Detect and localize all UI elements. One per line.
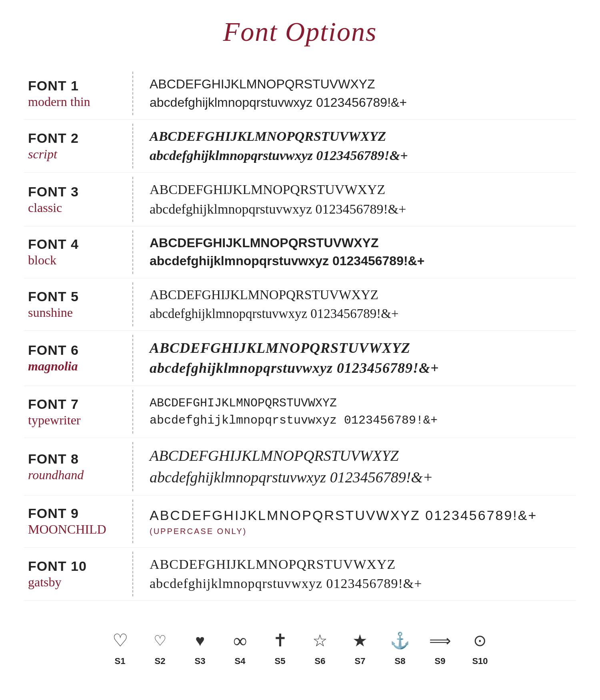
symbol-item-S8: ⚓S8 xyxy=(388,629,412,666)
font-number-10: FONT 10 xyxy=(28,558,120,574)
symbol-item-S9: ⟹S9 xyxy=(428,629,452,666)
font-number-6: FONT 6 xyxy=(28,342,120,358)
divider-col-10 xyxy=(128,548,138,600)
font-label-col-7: FONT 7typewriter xyxy=(24,388,128,436)
font-row-1: FONT 1modern thinABCDEFGHIJKLMNOPQRSTUVW… xyxy=(24,68,576,120)
font-name-6: magnolia xyxy=(28,359,120,374)
font-preview-col-2: ABCDEFGHIJKLMNOPQRSTUVWXYZabcdefghijklmn… xyxy=(138,120,576,172)
font-preview-line1-6: ABCDEFGHIJKLMNOPQRSTUVWXYZ xyxy=(150,339,568,358)
symbol-item-S7: ★S7 xyxy=(348,629,372,666)
symbol-icon-S5: ✝ xyxy=(268,629,292,653)
font-number-8: FONT 8 xyxy=(28,451,120,467)
font-name-10: gatsby xyxy=(28,575,120,590)
symbol-item-S10: ⊙S10 xyxy=(468,629,492,666)
font-preview-line2-3: abcdefghijklmnopqrstuvwxyz 0123456789!&+ xyxy=(150,200,568,218)
font-preview-line1-4: ABCDEFGHIJKLMNOPQRSTUVWXYZ xyxy=(150,235,568,252)
symbol-icon-S1: ♡ xyxy=(108,629,132,653)
symbol-label-S7: S7 xyxy=(355,656,366,666)
divider-col-6 xyxy=(128,331,138,386)
font-preview-line2-5: abcdefghijklmnopqrstuvwxyz 0123456789!&+ xyxy=(150,305,568,322)
font-preview-col-4: ABCDEFGHIJKLMNOPQRSTUVWXYZabcdefghijklmn… xyxy=(138,227,576,278)
divider-col-4 xyxy=(128,226,138,278)
font-preview-col-5: ABCDEFGHIJKLMNOPQRSTUVWXYZabcdefghijklmn… xyxy=(138,278,576,330)
font-label-col-1: FONT 1modern thin xyxy=(24,70,128,117)
font-name-5: sunshine xyxy=(28,305,120,320)
font-name-3: classic xyxy=(28,200,120,215)
font-preview-line2-1: abcdefghijklmnopqrstuvwxyz 0123456789!&+ xyxy=(150,94,568,111)
font-preview-line1-5: ABCDEFGHIJKLMNOPQRSTUVWXYZ xyxy=(150,286,568,304)
font-preview-line2-4: abcdefghijklmnopqrstuvwxyz 0123456789!&+ xyxy=(150,253,568,270)
page-container: Font Options FONT 1modern thinABCDEFGHIJ… xyxy=(0,0,600,700)
font-preview-line2-8: abcdefghijklmnopqrstuvwxyz 0123456789!&+ xyxy=(150,468,568,487)
font-preview-col-1: ABCDEFGHIJKLMNOPQRSTUVWXYZabcdefghijklmn… xyxy=(138,68,576,119)
font-label-col-10: FONT 10gatsby xyxy=(24,550,128,598)
font-label-col-9: FONT 9MOONCHILD xyxy=(24,498,128,545)
font-preview-line1-2: ABCDEFGHIJKLMNOPQRSTUVWXYZ xyxy=(150,128,568,145)
divider-col-8 xyxy=(128,438,138,495)
font-name-2: script xyxy=(28,147,120,162)
font-row-9: FONT 9MOONCHILDABCDEFGHIJKLMNOPQRSTUVWXY… xyxy=(24,496,576,548)
font-name-9: MOONCHILD xyxy=(28,522,120,537)
symbol-label-S1: S1 xyxy=(115,656,126,666)
font-number-9: FONT 9 xyxy=(28,506,120,521)
symbol-icon-S7: ★ xyxy=(348,629,372,653)
symbol-icon-S6: ☆ xyxy=(308,629,332,653)
font-name-1: modern thin xyxy=(28,94,120,109)
font-number-1: FONT 1 xyxy=(28,78,120,94)
symbol-item-S1: ♡S1 xyxy=(108,629,132,666)
symbol-icon-S3: ♥ xyxy=(188,629,212,653)
font-preview-line2-9: (UPPERCASE ONLY) xyxy=(150,526,568,536)
font-row-7: FONT 7typewriterABCDEFGHIJKLMNOPQRSTUVWX… xyxy=(24,386,576,438)
font-preview-line1-8: ABCDEFGHIJKLMNOPQRSTUVWXYZ xyxy=(150,446,568,466)
font-row-10: FONT 10gatsbyABCDEFGHIJKLMNOPQRSTUVWXYZa… xyxy=(24,548,576,601)
font-label-col-6: FONT 6magnolia xyxy=(24,334,128,382)
symbol-item-S6: ☆S6 xyxy=(308,629,332,666)
divider-col-7 xyxy=(128,386,138,438)
font-number-2: FONT 2 xyxy=(28,130,120,146)
font-preview-line2-7: abcdefghijklmnopqrstuvwxyz 0123456789!&+ xyxy=(150,413,568,428)
symbol-label-S5: S5 xyxy=(275,656,286,666)
symbol-label-S6: S6 xyxy=(315,656,326,666)
symbols-row: ♡S1♡S2♥S3∞S4✝S5☆S6★S7⚓S8⟹S9⊙S10 xyxy=(24,621,576,674)
font-preview-line1-7: ABCDEFGHIJKLMNOPQRSTUVWXYZ xyxy=(150,396,568,411)
font-number-5: FONT 5 xyxy=(28,289,120,304)
symbol-icon-S9: ⟹ xyxy=(428,629,452,653)
font-row-8: FONT 8roundhandABCDEFGHIJKLMNOPQRSTUVWXY… xyxy=(24,438,576,496)
symbol-item-S3: ♥S3 xyxy=(188,629,212,666)
font-preview-line1-3: ABCDEFGHIJKLMNOPQRSTUVWXYZ xyxy=(150,181,568,198)
symbol-item-S4: ∞S4 xyxy=(228,629,252,666)
symbol-icon-S2: ♡ xyxy=(148,629,172,653)
font-preview-line2-10: abcdefghijklmnopqrstuvwxyz 0123456789!&+ xyxy=(150,575,568,592)
font-label-col-3: FONT 3classic xyxy=(24,176,128,223)
font-number-4: FONT 4 xyxy=(28,236,120,252)
divider-col-9 xyxy=(128,496,138,547)
divider-col-5 xyxy=(128,278,138,330)
fonts-table: FONT 1modern thinABCDEFGHIJKLMNOPQRSTUVW… xyxy=(24,68,576,601)
symbol-label-S10: S10 xyxy=(472,656,488,666)
font-label-col-8: FONT 8roundhand xyxy=(24,443,128,490)
symbol-label-S3: S3 xyxy=(195,656,206,666)
symbol-icon-S10: ⊙ xyxy=(468,629,492,653)
symbol-label-S9: S9 xyxy=(435,656,446,666)
page-title: Font Options xyxy=(24,16,576,48)
symbol-icon-S8: ⚓ xyxy=(388,629,412,653)
font-row-3: FONT 3classicABCDEFGHIJKLMNOPQRSTUVWXYZa… xyxy=(24,173,576,226)
symbol-icon-S4: ∞ xyxy=(228,629,252,653)
font-label-col-4: FONT 4block xyxy=(24,228,128,276)
font-label-col-2: FONT 2script xyxy=(24,122,128,170)
font-preview-line2-6: abcdefghijklmnopqrstuvwxyz 0123456789!&+ xyxy=(150,359,568,378)
font-name-7: typewriter xyxy=(28,413,120,428)
font-number-3: FONT 3 xyxy=(28,184,120,200)
symbol-label-S2: S2 xyxy=(155,656,166,666)
font-label-col-5: FONT 5sunshine xyxy=(24,281,128,328)
symbol-item-S2: ♡S2 xyxy=(148,629,172,666)
font-preview-line2-2: abcdefghijklmnopqrstuvwxyz 0123456789!&+ xyxy=(150,147,568,164)
divider-col-2 xyxy=(128,120,138,172)
divider-col-1 xyxy=(128,68,138,119)
font-preview-col-9: ABCDEFGHIJKLMNOPQRSTUVWXYZ 0123456789!&+… xyxy=(138,498,576,544)
font-preview-line1-10: ABCDEFGHIJKLMNOPQRSTUVWXYZ xyxy=(150,556,568,573)
font-preview-col-6: ABCDEFGHIJKLMNOPQRSTUVWXYZabcdefghijklmn… xyxy=(138,331,576,386)
symbol-label-S4: S4 xyxy=(235,656,246,666)
divider-col-3 xyxy=(128,173,138,226)
font-preview-col-7: ABCDEFGHIJKLMNOPQRSTUVWXYZabcdefghijklmn… xyxy=(138,388,576,436)
